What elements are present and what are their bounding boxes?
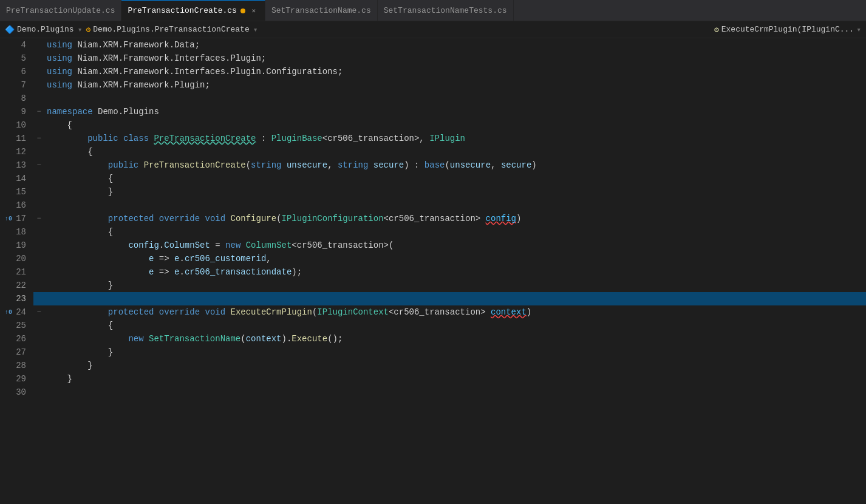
breadcrumb-namespace[interactable]: 🔷 Demo.Plugins ▾ [5, 25, 86, 35]
code-content-23 [44, 292, 866, 305]
code-line-23: 23 [0, 292, 866, 305]
member-arrow: ▾ [856, 25, 861, 35]
scroll-arrow-24[interactable]: ↑0 [0, 305, 17, 319]
line-num-26: 26 [0, 332, 33, 346]
breadcrumb-member[interactable]: ⚙ ExecuteCrmPlugin(IPluginC... ▾ [262, 25, 861, 35]
line-num-4: 4 [0, 38, 33, 52]
line-num-5: 5 [0, 52, 33, 65]
fold-23 [33, 292, 44, 305]
code-line-20: 20 e => e.cr506_customerid, [0, 252, 866, 265]
close-tab-button[interactable]: ✕ [249, 6, 259, 16]
tab-label: SetTransactionName.cs [271, 6, 371, 15]
fold-18 [33, 225, 44, 239]
fold-13[interactable]: − [33, 158, 44, 172]
fold-9[interactable]: − [33, 105, 44, 118]
code-content-20: e => e.cr506_customerid, [44, 252, 866, 265]
code-content-6: using Niam.XRM.Framework.Interfaces.Plug… [44, 65, 866, 78]
code-content-16 [44, 199, 866, 212]
code-content-17: protected override void Configure(IPlugi… [44, 212, 866, 225]
fold-22 [33, 279, 44, 292]
tab-label: PreTransactionCreate.cs [128, 6, 236, 15]
code-line-9: 9 − namespace Demo.Plugins [0, 105, 866, 118]
code-line-5: 5 using Niam.XRM.Framework.Interfaces.Pl… [0, 52, 866, 65]
code-content-8 [44, 92, 866, 105]
code-content-18: { [44, 225, 866, 239]
line-num-7: 7 [0, 78, 33, 92]
line-num-22: 22 [0, 279, 33, 292]
line-num-23: 23 [0, 292, 33, 305]
class-icon: ⚙ [86, 25, 90, 35]
namespace-icon: 🔷 [5, 25, 15, 35]
line-num-12: 12 [0, 145, 33, 158]
line-num-21: 21 [0, 265, 33, 279]
member-icon: ⚙ [714, 25, 719, 35]
line-num-25: 25 [0, 319, 33, 332]
code-content-11: public class PreTransactionCreate : Plug… [44, 132, 866, 145]
code-line-19: 19 config.ColumnSet = new ColumnSet<cr50… [0, 239, 866, 252]
fold-7 [33, 78, 44, 92]
line-num-29: 29 [0, 372, 33, 386]
fold-21 [33, 265, 44, 279]
tab-pretransactioncreate[interactable]: PreTransactionCreate.cs ✕ [121, 0, 265, 21]
code-line-10: 10 { [0, 118, 866, 132]
fold-8 [33, 92, 44, 105]
code-content-21: e => e.cr506_transactiondate); [44, 265, 866, 279]
line-num-16: 16 [0, 199, 33, 212]
fold-11[interactable]: − [33, 132, 44, 145]
line-num-27: 27 [0, 346, 33, 359]
code-line-11: 11 − public class PreTransactionCreate :… [0, 132, 866, 145]
tab-settransactionname[interactable]: SetTransactionName.cs [265, 0, 378, 21]
scroll-arrow-17[interactable]: ↑0 [0, 212, 17, 225]
fold-29 [33, 372, 44, 386]
fold-27 [33, 346, 44, 359]
code-line-4: 4 using Niam.XRM.Framework.Data; [0, 38, 866, 52]
member-label: ExecuteCrmPlugin(IPluginC... [721, 25, 854, 34]
code-content-27: } [44, 346, 866, 359]
code-line-12: 12 { [0, 145, 866, 158]
line-num-9: 9 [0, 105, 33, 118]
fold-20 [33, 252, 44, 265]
fold-26 [33, 332, 44, 346]
fold-4 [33, 38, 44, 52]
fold-10 [33, 118, 44, 132]
fold-24[interactable]: − [33, 305, 44, 319]
code-line-25: 25 { [0, 319, 866, 332]
code-line-15: 15 } [0, 185, 866, 199]
code-content-10: { [44, 118, 866, 132]
line-num-11: 11 [0, 132, 33, 145]
code-line-21: 21 e => e.cr506_transactiondate); [0, 265, 866, 279]
code-content-15: } [44, 185, 866, 199]
line-num-14: 14 [0, 172, 33, 185]
code-editor[interactable]: 4 using Niam.XRM.Framework.Data; 5 using… [0, 38, 866, 504]
code-content-28: } [44, 359, 866, 372]
code-container: 4 using Niam.XRM.Framework.Data; 5 using… [0, 38, 866, 504]
line-num-13: 13 [0, 158, 33, 172]
code-content-22: } [44, 279, 866, 292]
code-line-13: 13 − public PreTransactionCreate(string … [0, 158, 866, 172]
line-num-30: 30 [0, 386, 33, 399]
line-num-19: 19 [0, 239, 33, 252]
fold-19 [33, 239, 44, 252]
code-content-13: public PreTransactionCreate(string unsec… [44, 158, 866, 172]
tab-settransactionnametests[interactable]: SetTransactionNameTests.cs [378, 0, 514, 21]
fold-16 [33, 199, 44, 212]
code-line-26: 26 new SetTransactionName(context).Execu… [0, 332, 866, 346]
code-line-29: 29 } [0, 372, 866, 386]
tab-pretransactionupdate[interactable]: PreTransactionUpdate.cs [0, 0, 121, 21]
code-line-22: 22 } [0, 279, 866, 292]
code-line-7: 7 using Niam.XRM.Framework.Plugin; [0, 78, 866, 92]
code-line-27: 27 } [0, 346, 866, 359]
namespace-arrow: ▾ [78, 25, 83, 35]
code-line-16: 16 [0, 199, 866, 212]
code-content-25: { [44, 319, 866, 332]
line-num-6: 6 [0, 65, 33, 78]
line-num-18: 18 [0, 225, 33, 239]
code-line-30: 30 [0, 386, 866, 399]
code-content-26: new SetTransactionName(context).Execute(… [44, 332, 866, 346]
line-num-10: 10 [0, 118, 33, 132]
breadcrumb-class[interactable]: ⚙ Demo.Plugins.PreTransactionCreate ▾ [86, 25, 261, 35]
code-content-7: using Niam.XRM.Framework.Plugin; [44, 78, 866, 92]
code-line-28: 28 } [0, 359, 866, 372]
code-content-4: using Niam.XRM.Framework.Data; [44, 38, 866, 52]
fold-17[interactable]: − [33, 212, 44, 225]
